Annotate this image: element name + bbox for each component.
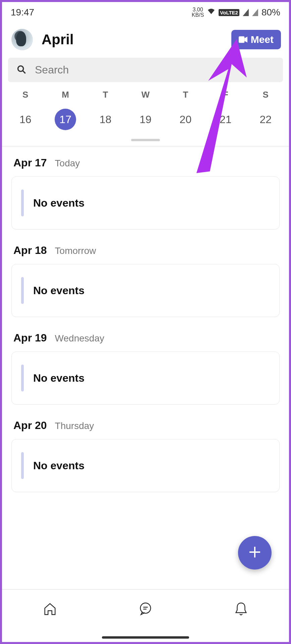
day-date: Apr 18 [13,244,47,257]
nav-chat[interactable] [138,601,153,618]
search-input[interactable]: Search [8,58,283,82]
event-text: No events [33,284,84,297]
event-text: No events [33,460,84,472]
add-event-button[interactable] [238,536,272,570]
dow-0: S [22,90,28,100]
date-16[interactable]: 16 [15,109,36,130]
bell-icon [233,612,249,618]
weekday-row: S M T W T F S [2,86,289,100]
status-time: 19:47 [11,7,34,18]
meet-button[interactable]: Meet [231,30,281,49]
status-bar: 19:47 3.00KB/S VoLTE2 80% [2,2,289,21]
search-icon [17,65,26,75]
svg-line-2 [23,70,25,73]
volte-icon: VoLTE2 [219,9,239,16]
day-relative: Today [55,158,80,169]
event-card[interactable]: No events [11,176,280,229]
event-accent-bar [21,365,24,391]
home-indicator[interactable] [102,636,189,639]
video-icon [239,34,247,45]
drag-handle[interactable] [131,139,160,141]
network-speed: 3.00KB/S [192,7,204,18]
event-text: No events [33,197,84,209]
month-title[interactable]: April [42,32,74,48]
event-accent-bar [21,190,24,216]
day-block: Apr 19 Wednesday No events [11,332,280,405]
signal-1-icon [243,9,249,16]
date-22[interactable]: 22 [255,109,276,130]
svg-point-1 [18,66,23,71]
status-right: 3.00KB/S VoLTE2 80% [192,7,280,18]
home-icon [42,612,58,618]
agenda-list[interactable]: Apr 17 Today No events Apr 18 Tomorrow N… [2,147,289,492]
day-block: Apr 20 Thursday No events [11,419,280,492]
bottom-nav [2,589,289,629]
svg-rect-0 [239,36,244,43]
day-block: Apr 18 Tomorrow No events [11,244,280,317]
dates-row: 16 17 18 19 20 21 22 [2,100,289,139]
dow-2: T [103,90,108,100]
nav-activity[interactable] [233,601,249,618]
nav-home[interactable] [42,601,58,618]
day-block: Apr 17 Today No events [11,157,280,229]
dow-4: T [183,90,188,100]
date-19[interactable]: 19 [135,109,156,130]
day-relative: Thursday [55,421,94,431]
avatar[interactable] [11,29,33,50]
day-relative: Wednesday [55,333,104,344]
meet-label: Meet [251,34,274,45]
event-card[interactable]: No events [11,264,280,317]
plus-icon [248,545,261,560]
search-placeholder: Search [35,64,69,76]
date-20[interactable]: 20 [175,109,196,130]
dow-5: F [223,90,228,100]
event-text: No events [33,372,84,384]
day-date: Apr 20 [13,419,47,432]
date-18[interactable]: 18 [95,109,116,130]
event-accent-bar [21,277,24,304]
dow-1: M [62,90,69,100]
dow-3: W [141,90,150,100]
wifi-icon [207,8,215,17]
event-card[interactable]: No events [11,439,280,492]
event-card[interactable]: No events [11,352,280,405]
date-21[interactable]: 21 [215,109,236,130]
app-header: April Meet [2,21,289,56]
dow-6: S [263,90,269,100]
day-date: Apr 19 [13,332,47,344]
event-accent-bar [21,452,24,479]
day-date: Apr 17 [13,157,47,169]
svg-point-5 [140,603,151,613]
battery-text: 80% [261,7,280,18]
day-relative: Tomorrow [55,246,96,256]
signal-2-icon [252,9,258,16]
chat-icon [138,612,153,618]
date-17[interactable]: 17 [55,109,76,130]
